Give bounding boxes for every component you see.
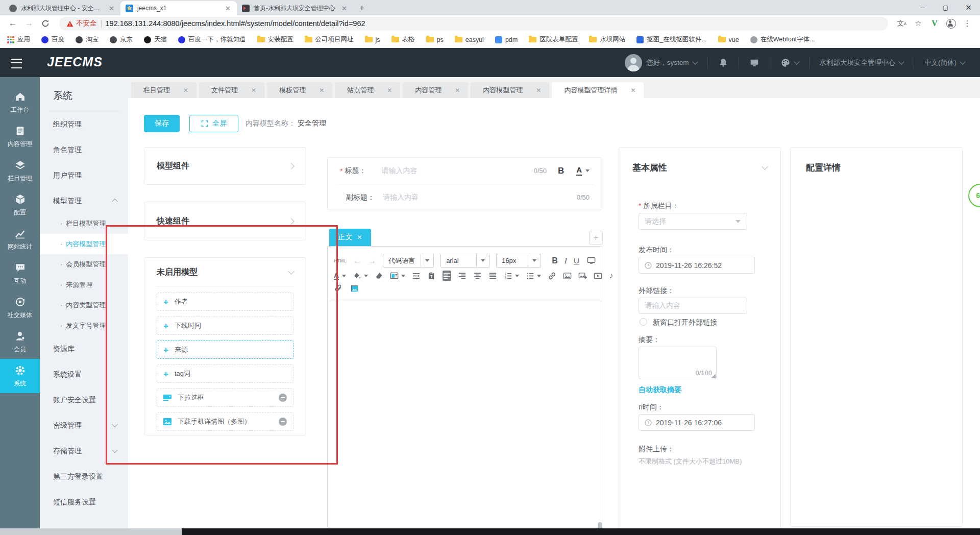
- caret-down-icon[interactable]: [515, 275, 519, 277]
- work-tab-content[interactable]: 内容管理✕: [403, 82, 468, 98]
- close-window-button[interactable]: ✕: [957, 0, 980, 15]
- rail-item-columns[interactable]: 栏目管理: [0, 154, 40, 188]
- menu-item-resources[interactable]: 资源库: [40, 336, 128, 361]
- menu-item-content-model-active[interactable]: 内容模型管理: [40, 234, 128, 254]
- text-color-icon[interactable]: A: [334, 272, 339, 280]
- refresh-button[interactable]: [39, 17, 52, 30]
- menu-item-member-model[interactable]: 会员模型管理: [40, 254, 128, 275]
- align-justify-icon[interactable]: [488, 271, 497, 280]
- minimize-button[interactable]: ─: [911, 0, 934, 15]
- bookmark[interactable]: 公司项目网址: [305, 35, 354, 44]
- title-input[interactable]: 请输入内容: [381, 166, 417, 176]
- menu-item-system-settings[interactable]: 系统设置: [40, 361, 128, 387]
- ri-time-input[interactable]: 2019-11-26 16:27:06: [639, 414, 755, 431]
- omnibox[interactable]: 不安全 192.168.131.244:8080/jeecms/index.ht…: [59, 17, 888, 31]
- bookmark[interactable]: 安装配置: [257, 35, 293, 44]
- screen-button[interactable]: [739, 57, 770, 69]
- close-icon[interactable]: ✕: [357, 234, 362, 241]
- insert-image-icon[interactable]: [563, 271, 572, 280]
- bookmark-apps[interactable]: 应用: [7, 35, 30, 44]
- extension-v-icon[interactable]: V: [928, 19, 941, 28]
- menu-item-role[interactable]: 角色管理: [40, 137, 128, 162]
- insert-image-plus-icon[interactable]: [578, 271, 587, 280]
- back-button[interactable]: ←: [6, 17, 19, 30]
- bookmark[interactable]: pdm: [495, 36, 518, 43]
- font-size-select[interactable]: 16px: [496, 254, 541, 268]
- unused-item-dropdown[interactable]: 下拉选框: [157, 388, 293, 407]
- close-icon[interactable]: ✕: [455, 87, 460, 94]
- menu-toggle-icon[interactable]: [11, 59, 22, 68]
- caret-down-icon[interactable]: [342, 275, 346, 277]
- content-body-tab[interactable]: 正文 ✕: [329, 229, 371, 246]
- notifications-button[interactable]: [707, 57, 739, 69]
- quick-components-card[interactable]: 快速组件: [144, 202, 306, 240]
- font-family-select[interactable]: arial: [440, 254, 489, 268]
- url-text[interactable]: 192.168.131.244:8080/jeecms/index.html#/…: [106, 19, 365, 28]
- menu-item-column-model[interactable]: 栏目模型管理: [40, 213, 128, 234]
- subtitle-field-row[interactable]: 副标题： 请输入内容 0/50: [328, 184, 602, 210]
- ordered-list-icon[interactable]: 123: [504, 271, 512, 280]
- site-switcher[interactable]: 水利部大坝安全管理中心: [809, 57, 914, 69]
- html-mode-button[interactable]: HTML: [334, 258, 347, 263]
- caret-down-icon[interactable]: [585, 169, 590, 172]
- background-image-icon[interactable]: [390, 271, 399, 280]
- browser-menu-icon[interactable]: ⋮: [961, 19, 974, 28]
- menu-item-source[interactable]: 来源管理: [40, 275, 128, 295]
- close-icon[interactable]: ✕: [251, 87, 256, 94]
- bookmark[interactable]: 百度一下，你就知道: [178, 35, 246, 44]
- bookmark[interactable]: 京东: [110, 35, 133, 44]
- bookmark[interactable]: 水坝网站: [589, 35, 625, 44]
- work-tab-content-model[interactable]: 内容模型管理✕: [471, 82, 549, 98]
- rail-item-social[interactable]: 社交媒体: [0, 290, 40, 325]
- bold-icon[interactable]: B: [558, 166, 564, 176]
- close-icon[interactable]: ✕: [319, 87, 324, 94]
- remove-icon[interactable]: [279, 418, 287, 426]
- theme-button[interactable]: [770, 57, 809, 69]
- auto-summary-link[interactable]: 自动获取摘要: [639, 385, 681, 395]
- maximize-button[interactable]: ▢: [934, 0, 957, 15]
- insert-video-icon[interactable]: [594, 271, 602, 280]
- rail-item-content[interactable]: 内容管理: [0, 119, 40, 154]
- close-icon[interactable]: ✕: [340, 5, 348, 12]
- model-components-card[interactable]: 模型组件: [144, 147, 306, 185]
- bookmark[interactable]: vue: [718, 36, 739, 43]
- bookmark[interactable]: 表格: [391, 35, 415, 44]
- rail-item-statistics[interactable]: 网站统计: [0, 222, 40, 256]
- bold-icon[interactable]: B: [552, 256, 558, 265]
- publish-time-input[interactable]: 2019-11-26 16:26:52: [639, 257, 755, 274]
- menu-item-storage[interactable]: 存储管理: [40, 438, 128, 464]
- work-tab-templates[interactable]: 模板管理✕: [267, 82, 332, 98]
- redo-icon[interactable]: →: [368, 256, 376, 265]
- rail-item-system[interactable]: 系统: [0, 359, 40, 393]
- close-icon[interactable]: ✕: [536, 87, 541, 94]
- user-menu[interactable]: 您好，system: [615, 57, 707, 69]
- chevron-down-icon[interactable]: [762, 163, 768, 170]
- bullet-list-icon[interactable]: [526, 271, 534, 280]
- bookmark[interactable]: ps: [426, 36, 444, 43]
- rail-item-interaction[interactable]: 互动: [0, 256, 40, 290]
- fill-color-icon[interactable]: [353, 271, 361, 280]
- align-left-icon[interactable]: [443, 271, 451, 281]
- align-right-icon[interactable]: [458, 271, 467, 280]
- bookmark[interactable]: js: [365, 36, 380, 43]
- caret-down-icon[interactable]: [364, 275, 368, 277]
- resize-handle-icon[interactable]: [711, 374, 716, 378]
- rail-item-member[interactable]: 会员: [0, 325, 40, 359]
- work-tab-sites[interactable]: 站点管理✕: [335, 82, 400, 98]
- caret-down-icon[interactable]: [401, 275, 405, 277]
- preview-monitor-icon[interactable]: [586, 256, 596, 265]
- unused-item-tag[interactable]: +tag词: [157, 364, 293, 383]
- new-tab-button[interactable]: +: [355, 2, 369, 15]
- font-color-icon[interactable]: A: [576, 166, 582, 176]
- remove-icon[interactable]: [279, 394, 287, 402]
- unused-item-source[interactable]: +来源: [157, 341, 293, 359]
- security-chip[interactable]: 不安全: [66, 19, 97, 28]
- rail-item-config[interactable]: 配置: [0, 188, 40, 222]
- profile-icon[interactable]: [944, 19, 958, 29]
- undo-icon[interactable]: ←: [353, 256, 361, 265]
- browser-tab-3[interactable]: 首页-水利部大坝安全管理中心 ✕: [237, 1, 353, 15]
- browser-tab-1[interactable]: 水利部大坝管理中心 - 安全管理 ✕: [4, 1, 120, 15]
- menu-item-doc-number[interactable]: 发文字号管理: [40, 315, 128, 336]
- work-tab-columns[interactable]: 栏目管理✕: [131, 82, 197, 98]
- work-tab-files[interactable]: 文件管理✕: [199, 82, 264, 98]
